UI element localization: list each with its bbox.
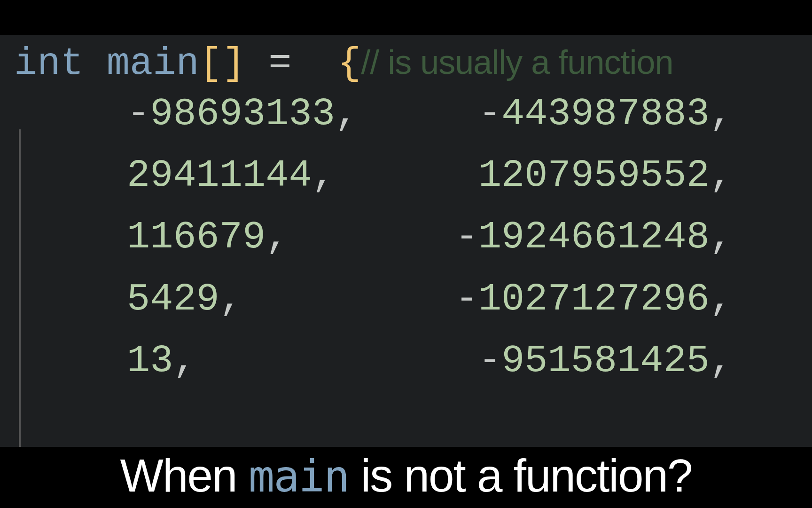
data-row: -98693133,-443987883, (14, 83, 798, 145)
array-value: -1924661248 (409, 206, 710, 268)
data-row: 13,-951581425, (14, 330, 798, 392)
array-value: 116679, (127, 206, 409, 268)
comma: , (710, 269, 738, 330)
comma: , (710, 145, 738, 206)
data-row: 116679,-1924661248, (14, 206, 798, 268)
array-value: 5429, (127, 269, 409, 330)
array-value: -1027127296 (409, 269, 710, 330)
open-brace: { (338, 42, 361, 86)
caption-post: is not a function? (349, 450, 692, 501)
data-row: 5429,-1027127296, (14, 269, 798, 330)
top-letterbox (0, 0, 812, 35)
equals: = (245, 42, 315, 86)
comma: , (710, 83, 738, 145)
brackets: [] (199, 42, 245, 86)
array-value: -951581425 (409, 330, 710, 392)
indent-guide (19, 129, 21, 447)
caption-mono: main (249, 452, 349, 502)
comment: // is usually a function (361, 43, 673, 81)
caption-pre: When (120, 450, 249, 501)
array-value: -443987883 (409, 83, 710, 145)
code-editor-area: int main[] = {// is usually a function -… (0, 35, 812, 447)
caption-text: When main is not a function? (120, 449, 692, 502)
declaration-line: int main[] = {// is usually a function (14, 45, 798, 83)
type-keyword: int (14, 42, 84, 86)
array-value: -98693133, (127, 83, 409, 145)
comma: , (710, 206, 738, 268)
array-value: 13, (127, 330, 409, 392)
array-value: 29411144, (127, 145, 409, 206)
array-value: 1207959552 (409, 145, 710, 206)
data-row: 29411144,1207959552, (14, 145, 798, 206)
caption-bar: When main is not a function? (0, 447, 812, 508)
identifier: main (107, 42, 199, 86)
comma: , (710, 330, 738, 392)
